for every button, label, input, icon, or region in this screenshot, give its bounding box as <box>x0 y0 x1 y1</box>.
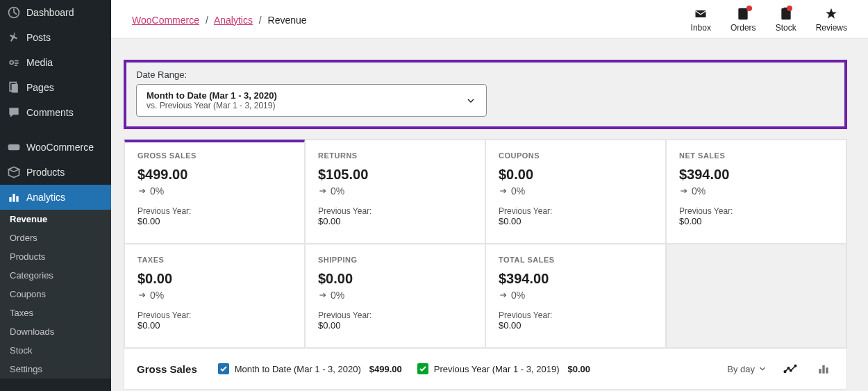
date-range-sub: vs. Previous Year (Mar 1 - 3, 2019) <box>147 101 458 110</box>
kpi-title: GROSS SALES <box>137 151 292 160</box>
svg-rect-3 <box>12 84 18 93</box>
header-icon-label: Stock <box>776 23 796 33</box>
submenu-item-stock[interactable]: Stock <box>0 341 111 360</box>
date-range-label: Date Range: <box>136 69 835 80</box>
pin-icon <box>7 31 21 44</box>
kpi-tile-net-sales[interactable]: NET SALES$394.000%Previous Year:$0.00 <box>666 140 846 244</box>
date-range-picker[interactable]: Month to Date (Mar 1 - 3, 2020) vs. Prev… <box>136 84 487 117</box>
kpi-tile-shipping[interactable]: SHIPPING$0.000%Previous Year:$0.00 <box>305 244 485 348</box>
products-icon <box>7 165 21 179</box>
kpi-delta: 0% <box>499 290 653 301</box>
chart-series-previous[interactable]: Previous Year (Mar 1 - 3, 2019) $0.00 <box>417 363 590 374</box>
breadcrumb-analytics[interactable]: Analytics <box>214 15 253 26</box>
kpi-tile-gross-sales[interactable]: GROSS SALES$499.000%Previous Year:$0.00 <box>124 140 305 244</box>
sidebar-item-dashboard[interactable]: Dashboard <box>0 0 111 25</box>
kpi-title: TOTAL SALES <box>499 256 653 264</box>
chart-series-b-value: $0.00 <box>567 364 590 374</box>
chevron-down-icon <box>465 95 476 106</box>
kpi-title: RETURNS <box>318 151 472 160</box>
sidebar-item-label: Dashboard <box>26 7 74 18</box>
kpi-prev-label: Previous Year: <box>318 206 472 216</box>
kpi-prev-label: Previous Year: <box>137 310 292 320</box>
kpi-value: $105.00 <box>318 167 472 183</box>
date-range-main: Month to Date (Mar 1 - 3, 2020) <box>147 90 458 101</box>
chart-series-b-label: Previous Year (Mar 1 - 3, 2019) <box>434 364 560 374</box>
sidebar-item-posts[interactable]: Posts <box>0 25 111 50</box>
comment-icon <box>7 106 21 119</box>
sidebar-item-products[interactable]: Products <box>0 160 111 185</box>
analytics-submenu: RevenueOrdersProductsCategoriesCouponsTa… <box>0 210 111 378</box>
submenu-item-revenue[interactable]: Revenue <box>0 210 111 228</box>
breadcrumb-sep: / <box>206 15 208 26</box>
submenu-item-products[interactable]: Products <box>0 247 111 266</box>
svg-point-24 <box>790 369 792 372</box>
kpi-tile-empty <box>666 244 846 348</box>
chart-series-a-value: $499.00 <box>369 364 402 374</box>
bars-icon <box>7 190 21 204</box>
interval-select[interactable]: By day <box>727 364 767 374</box>
kpi-tile-returns[interactable]: RETURNS$105.000%Previous Year:$0.00 <box>305 140 485 244</box>
header-icons: InboxOrdersStockReviews <box>691 7 847 33</box>
header-icon-inbox[interactable]: Inbox <box>691 7 711 33</box>
svg-point-22 <box>784 371 786 373</box>
kpi-title: SHIPPING <box>318 256 472 264</box>
kpi-prev-value: $0.00 <box>679 216 833 226</box>
breadcrumb: WooCommerce / Analytics / Revenue <box>132 15 307 26</box>
submenu-item-categories[interactable]: Categories <box>0 266 111 285</box>
page-header: WooCommerce / Analytics / Revenue InboxO… <box>111 0 868 39</box>
kpi-prev-value: $0.00 <box>499 216 653 226</box>
kpi-prev-value: $0.00 <box>318 216 472 226</box>
date-range-highlight: Date Range: Month to Date (Mar 1 - 3, 20… <box>124 60 847 129</box>
arrow-right-icon <box>499 186 508 196</box>
mail-icon <box>694 7 708 21</box>
header-icon-label: Inbox <box>691 23 711 33</box>
sidebar-item-label: Comments <box>26 107 74 118</box>
dashboard-icon <box>7 6 21 19</box>
kpi-grid: GROSS SALES$499.000%Previous Year:$0.00R… <box>124 139 847 349</box>
kpi-value: $0.00 <box>499 167 653 183</box>
kpi-prev-label: Previous Year: <box>318 310 472 320</box>
kpi-delta: 0% <box>137 290 292 301</box>
svg-rect-5 <box>9 197 11 202</box>
checkbox-checked-icon <box>417 363 428 374</box>
chart-series-current[interactable]: Month to Date (Mar 1 - 3, 2020) $499.00 <box>218 363 402 374</box>
woo-icon <box>7 140 21 154</box>
kpi-tile-total-sales[interactable]: TOTAL SALES$394.000%Previous Year:$0.00 <box>485 244 666 348</box>
header-icon-stock[interactable]: Stock <box>776 7 796 33</box>
media-icon <box>7 56 21 69</box>
svg-rect-6 <box>12 194 15 202</box>
header-icon-reviews[interactable]: Reviews <box>816 7 847 33</box>
line-chart-icon <box>783 362 797 376</box>
sidebar-item-label: Posts <box>26 32 51 43</box>
kpi-prev-label: Previous Year: <box>137 206 292 216</box>
arrow-right-icon <box>679 186 689 196</box>
kpi-tile-taxes[interactable]: TAXES$0.000%Previous Year:$0.00 <box>124 244 305 348</box>
kpi-value: $0.00 <box>318 271 472 287</box>
header-icon-orders[interactable]: Orders <box>731 7 756 33</box>
kpi-title: COUPONS <box>499 151 653 160</box>
kpi-delta: 0% <box>499 185 653 197</box>
sidebar-item-analytics[interactable]: Analytics <box>0 185 111 210</box>
kpi-delta: 0% <box>318 290 472 301</box>
line-chart-button[interactable] <box>780 358 801 379</box>
submenu-item-orders[interactable]: Orders <box>0 228 111 247</box>
sidebar-item-comments[interactable]: Comments <box>0 100 111 125</box>
submenu-item-downloads[interactable]: Downloads <box>0 322 111 341</box>
checkbox-checked-icon <box>218 363 229 374</box>
bar-chart-button[interactable] <box>813 358 834 379</box>
sidebar-item-pages[interactable]: Pages <box>0 75 111 100</box>
kpi-value: $394.00 <box>679 167 833 183</box>
kpi-prev-value: $0.00 <box>318 320 472 331</box>
sidebar-item-label: Pages <box>26 82 54 93</box>
kpi-tile-coupons[interactable]: COUPONS$0.000%Previous Year:$0.00 <box>485 140 666 244</box>
kpi-title: NET SALES <box>679 151 833 160</box>
sidebar-item-label: Products <box>26 167 65 178</box>
submenu-item-taxes[interactable]: Taxes <box>0 303 111 322</box>
breadcrumb-woocommerce[interactable]: WooCommerce <box>132 15 199 26</box>
sidebar-item-woocommerce[interactable]: WooCommerce <box>0 135 111 160</box>
arrow-right-icon <box>499 290 508 300</box>
submenu-item-settings[interactable]: Settings <box>0 360 111 378</box>
submenu-item-coupons[interactable]: Coupons <box>0 285 111 303</box>
pages-icon <box>7 81 21 94</box>
sidebar-item-media[interactable]: Media <box>0 50 111 75</box>
